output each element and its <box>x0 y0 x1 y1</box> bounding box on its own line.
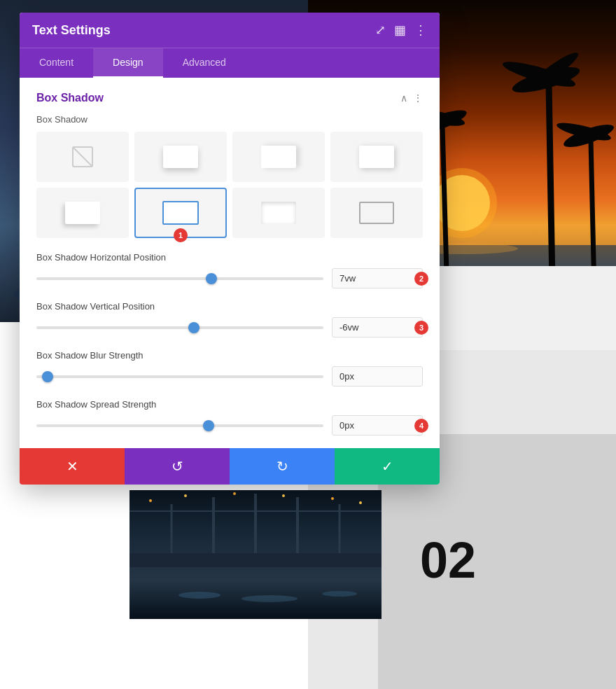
expand-icon[interactable]: ⤢ <box>375 22 386 38</box>
shadow-preview-outline <box>359 202 394 224</box>
number-02-text: 02 <box>420 531 476 589</box>
save-button[interactable]: ✓ <box>335 448 440 485</box>
more-icon[interactable]: ⋮ <box>414 22 427 38</box>
slider-blur-value-container: 0px <box>332 366 423 387</box>
svg-point-56 <box>184 494 187 497</box>
redo-button[interactable]: ↻ <box>230 448 335 485</box>
shadow-preview-inner <box>261 202 296 224</box>
slider-track-bg <box>36 277 323 280</box>
shadow-preview-selected <box>162 201 199 225</box>
save-icon: ✓ <box>382 458 393 475</box>
bridge-svg <box>130 490 382 619</box>
undo-icon: ↺ <box>172 458 183 475</box>
slider-blur-label: Box Shadow Blur Strength <box>36 350 423 361</box>
svg-point-54 <box>322 591 357 597</box>
slider-blur-row: 0px <box>36 366 423 387</box>
slider-horizontal-thumb[interactable] <box>206 273 217 284</box>
svg-point-58 <box>282 494 285 497</box>
shadow-option-selected[interactable]: 1 <box>134 188 227 238</box>
section-more-icon[interactable]: ⋮ <box>413 92 423 104</box>
slider-badge-4: 4 <box>414 419 428 433</box>
svg-line-62 <box>73 147 92 167</box>
panel-body: Box Shadow ∧ ⋮ Box Shadow <box>20 78 440 436</box>
shadow-preview-bottom-left <box>65 202 100 224</box>
header-icons: ⤢ ▦ ⋮ <box>375 22 427 38</box>
panel-tabs: Content Design Advanced <box>20 48 440 78</box>
shadow-option-bottom-left[interactable] <box>36 188 129 238</box>
slider-vertical-label: Box Shadow Vertical Position <box>36 301 423 312</box>
panel-title: Text Settings <box>32 23 111 38</box>
no-shadow-icon <box>70 144 95 169</box>
shadow-option-all[interactable] <box>330 132 423 182</box>
slider-badge-3: 3 <box>414 321 428 335</box>
tab-design[interactable]: Design <box>93 48 163 78</box>
slider-blur-strength: Box Shadow Blur Strength 0px <box>36 350 423 387</box>
slider-vertical-row: -6vw 3 <box>36 317 423 337</box>
shadow-field-label: Box Shadow <box>36 114 423 125</box>
slider-vertical-value-container: -6vw 3 <box>332 317 423 337</box>
section-title: Box Shadow <box>36 92 104 104</box>
svg-point-55 <box>149 499 152 502</box>
slider-vertical-track-bg <box>36 326 323 329</box>
slider-horizontal-label: Box Shadow Horizontal Position <box>36 252 423 263</box>
shadow-preview-right <box>261 146 296 168</box>
shadow-preview-bottom <box>163 146 198 168</box>
layout-icon[interactable]: ▦ <box>394 22 406 38</box>
section-header-icons: ∧ ⋮ <box>400 92 423 104</box>
slider-spread-label: Box Shadow Spread Strength <box>36 399 423 410</box>
slider-horizontal-value-container: 7vw 2 <box>332 268 423 288</box>
shadow-preview-all <box>359 146 394 168</box>
tab-advanced[interactable]: Advanced <box>163 48 246 78</box>
slider-vertical-thumb[interactable] <box>188 322 200 333</box>
shadow-preset-grid: 1 <box>36 132 423 238</box>
undo-button[interactable]: ↺ <box>125 448 230 485</box>
number-02-area: 02 <box>378 532 518 588</box>
collapse-icon[interactable]: ∧ <box>400 92 407 104</box>
svg-point-60 <box>359 501 362 504</box>
slider-vertical-track[interactable] <box>36 326 323 329</box>
svg-rect-45 <box>130 553 382 567</box>
cancel-icon: ✕ <box>66 458 78 475</box>
svg-point-59 <box>331 497 334 500</box>
slider-blur-track[interactable] <box>36 375 323 378</box>
panel-toolbar: ✕ ↺ ↻ ✓ <box>20 448 440 485</box>
text-settings-panel: Text Settings ⤢ ▦ ⋮ Content Design Advan… <box>20 13 440 485</box>
shadow-option-outline[interactable] <box>330 188 423 238</box>
svg-point-53 <box>241 595 298 602</box>
slider-horizontal-value[interactable]: 7vw <box>332 268 423 288</box>
slider-blur-track-bg <box>36 375 323 378</box>
slider-spread-strength: Box Shadow Spread Strength 0px 4 <box>36 399 423 436</box>
slider-badge-2: 2 <box>414 272 428 286</box>
cancel-button[interactable]: ✕ <box>20 448 125 485</box>
slider-spread-track-bg <box>36 424 323 427</box>
slider-vertical-position: Box Shadow Vertical Position -6vw 3 <box>36 301 423 337</box>
slider-spread-track[interactable] <box>36 424 323 427</box>
slider-spread-row: 0px 4 <box>36 415 423 436</box>
svg-point-52 <box>178 592 220 599</box>
slider-horizontal-track[interactable] <box>36 277 323 280</box>
panel-header: Text Settings ⤢ ▦ ⋮ <box>20 13 440 48</box>
slider-vertical-value[interactable]: -6vw <box>332 317 423 337</box>
slider-horizontal-row: 7vw 2 <box>36 268 423 288</box>
slider-spread-value[interactable]: 0px <box>332 415 423 436</box>
shadow-option-none[interactable] <box>36 132 129 182</box>
slider-spread-thumb[interactable] <box>203 420 214 431</box>
shadow-option-right[interactable] <box>232 132 325 182</box>
shadow-option-bottom[interactable] <box>134 132 227 182</box>
tab-content[interactable]: Content <box>20 48 93 78</box>
slider-blur-value[interactable]: 0px <box>332 366 423 387</box>
section-header: Box Shadow ∧ ⋮ <box>36 92 423 104</box>
bg-bridge-image <box>130 490 382 619</box>
slider-blur-thumb[interactable] <box>42 371 53 382</box>
shadow-option-inner[interactable] <box>232 188 325 238</box>
shadow-badge-1: 1 <box>174 228 188 242</box>
redo-icon: ↻ <box>276 458 288 475</box>
svg-point-57 <box>233 492 236 495</box>
slider-horizontal-position: Box Shadow Horizontal Position 7vw 2 <box>36 252 423 288</box>
slider-spread-value-container: 0px 4 <box>332 415 423 436</box>
